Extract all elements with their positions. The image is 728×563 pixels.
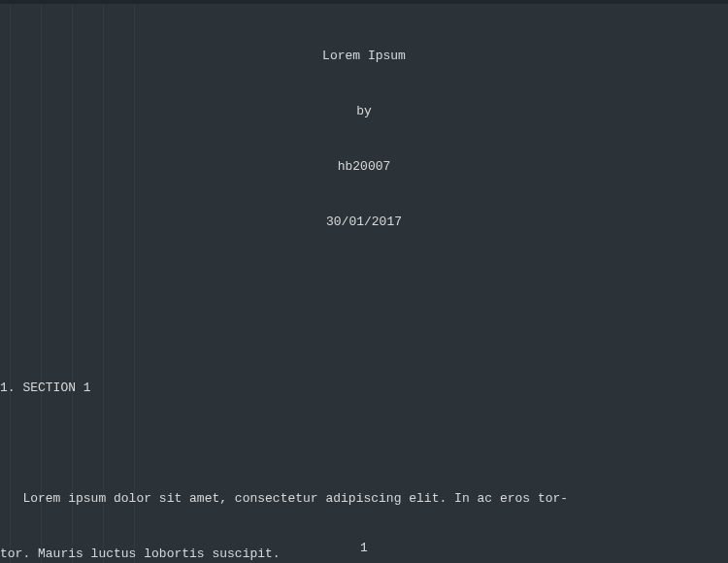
document-body: Lorem Ipsum by hb20007 30/01/2017 1. SEC… <box>0 4 728 563</box>
paragraph-line: Lorem ipsum dolor sit amet, consectetur … <box>0 489 728 508</box>
section-heading: 1. SECTION 1 <box>0 379 728 397</box>
doc-title: Lorem Ipsum <box>0 47 728 65</box>
blank-line <box>0 323 728 342</box>
blank-line <box>0 268 728 286</box>
doc-author: hb20007 <box>0 157 728 176</box>
doc-by-label: by <box>0 102 728 120</box>
blank-line <box>0 434 728 452</box>
doc-date: 30/01/2017 <box>0 213 728 231</box>
page-number: 1 <box>0 539 728 557</box>
